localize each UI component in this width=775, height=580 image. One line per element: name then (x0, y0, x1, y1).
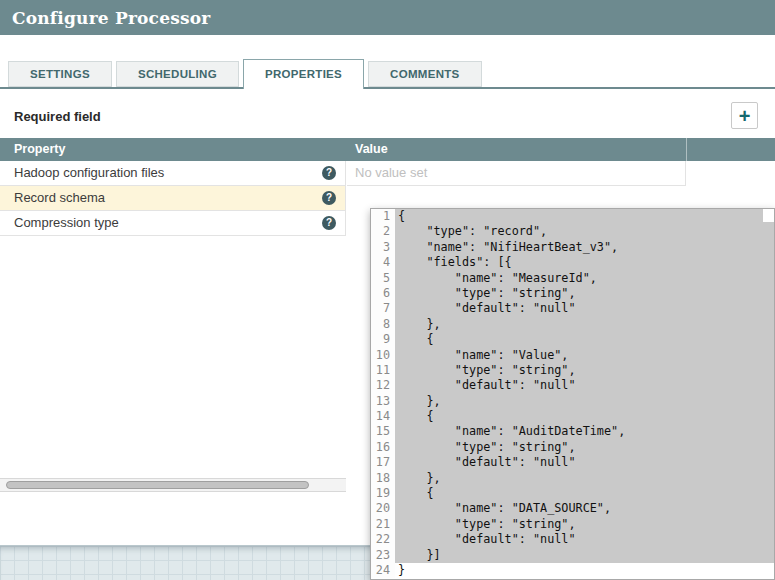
line-text: "type": "string", (395, 440, 774, 455)
property-name: Record schema (14, 186, 105, 210)
line-text: "name": "MeasureId", (395, 271, 774, 286)
code-line: 20 "name": "DATA_SOURCE", (371, 501, 774, 516)
code-line: 15 "name": "AuditDateTime", (371, 424, 774, 439)
line-text: "default": "null" (395, 455, 774, 470)
required-field-label: Required field (14, 109, 101, 124)
code-line: 6 "type": "string", (371, 286, 774, 301)
code-line: 3 "name": "NifiHeartBeat_v3", (371, 240, 774, 255)
property-name: Compression type (14, 211, 119, 235)
code-line: 19 { (371, 486, 774, 501)
line-number: 10 (371, 348, 395, 363)
dialog-header: Configure Processor (0, 0, 775, 35)
line-number: 18 (371, 471, 395, 486)
horizontal-scrollbar[interactable] (0, 478, 346, 492)
code-line: 23 }] (371, 548, 774, 563)
code-line: 1{ (371, 209, 774, 224)
column-divider (686, 138, 687, 161)
line-text: }, (395, 317, 774, 332)
line-text: { (395, 332, 774, 347)
line-text: "default": "null" (395, 378, 774, 393)
editor-scrollbar-corner (763, 209, 774, 222)
code-line: 24} (371, 563, 774, 578)
line-number: 9 (371, 332, 395, 347)
code-lines: 1{2 "type": "record",3 "name": "NifiHear… (371, 209, 774, 579)
dialog-title: Configure Processor (12, 8, 210, 28)
line-text: } (395, 563, 774, 578)
line-text: "name": "Value", (395, 348, 774, 363)
table-row-record-schema[interactable]: Record schema ? (0, 186, 346, 211)
line-number: 23 (371, 548, 395, 563)
line-number: 14 (371, 409, 395, 424)
line-number: 2 (371, 224, 395, 239)
line-number: 19 (371, 486, 395, 501)
value-cell-hadoop-configuration-files[interactable]: No value set (347, 161, 686, 186)
code-line: 7 "default": "null" (371, 301, 774, 316)
horizontal-scrollbar-thumb[interactable] (6, 481, 309, 489)
line-number: 13 (371, 394, 395, 409)
column-header-value: Value (355, 138, 388, 161)
property-list: Hadoop configuration files ? Record sche… (0, 161, 346, 236)
line-text: "fields": [{ (395, 255, 774, 270)
line-number: 12 (371, 378, 395, 393)
line-number: 5 (371, 271, 395, 286)
code-line: 5 "name": "MeasureId", (371, 271, 774, 286)
code-line: 21 "type": "string", (371, 517, 774, 532)
code-line: 10 "name": "Value", (371, 348, 774, 363)
line-text: "type": "string", (395, 363, 774, 378)
tab-bar: SETTINGS SCHEDULING PROPERTIES COMMENTS (8, 59, 482, 89)
code-line: 11 "type": "string", (371, 363, 774, 378)
line-number: 6 (371, 286, 395, 301)
line-text: "default": "null" (395, 532, 774, 547)
line-number: 8 (371, 317, 395, 332)
help-icon[interactable]: ? (322, 166, 336, 180)
line-number: 21 (371, 517, 395, 532)
table-header: Property Value (0, 138, 775, 161)
line-text: { (395, 209, 774, 224)
line-number: 17 (371, 455, 395, 470)
code-line: 17 "default": "null" (371, 455, 774, 470)
line-text: "type": "record", (395, 224, 774, 239)
line-number: 24 (371, 563, 395, 578)
table-row-hadoop-configuration-files[interactable]: Hadoop configuration files ? (0, 161, 346, 186)
code-line: 13 }, (371, 394, 774, 409)
code-line: 2 "type": "record", (371, 224, 774, 239)
line-text: }, (395, 471, 774, 486)
code-line: 14 { (371, 409, 774, 424)
code-line: 18 }, (371, 471, 774, 486)
code-line: 4 "fields": [{ (371, 255, 774, 270)
line-number: 4 (371, 255, 395, 270)
line-text: { (395, 409, 774, 424)
code-line: 22 "default": "null" (371, 532, 774, 547)
code-line: 16 "type": "string", (371, 440, 774, 455)
line-text: "type": "string", (395, 517, 774, 532)
line-number: 7 (371, 301, 395, 316)
tab-scheduling[interactable]: SCHEDULING (116, 61, 239, 87)
line-text: "name": "NifiHeartBeat_v3", (395, 240, 774, 255)
line-text: "type": "string", (395, 286, 774, 301)
line-text: }, (395, 394, 774, 409)
property-name: Hadoop configuration files (14, 161, 164, 185)
tab-comments[interactable]: COMMENTS (368, 61, 481, 87)
code-line: 12 "default": "null" (371, 378, 774, 393)
code-line: 8 }, (371, 317, 774, 332)
column-header-property: Property (14, 138, 65, 161)
code-line: 9 { (371, 332, 774, 347)
line-text: }] (395, 548, 774, 563)
tab-properties[interactable]: PROPERTIES (243, 59, 364, 89)
line-number: 20 (371, 501, 395, 516)
configure-processor-dialog: Configure Processor SETTINGS SCHEDULING … (0, 0, 775, 580)
add-property-button[interactable]: + (731, 102, 758, 129)
line-number: 11 (371, 363, 395, 378)
record-schema-value-editor[interactable]: 1{2 "type": "record",3 "name": "NifiHear… (370, 208, 775, 580)
line-number: 16 (371, 440, 395, 455)
help-icon[interactable]: ? (322, 191, 336, 205)
line-number: 3 (371, 240, 395, 255)
line-number: 15 (371, 424, 395, 439)
line-text: "name": "AuditDateTime", (395, 424, 774, 439)
line-text: "default": "null" (395, 301, 774, 316)
help-icon[interactable]: ? (322, 216, 336, 230)
tab-settings[interactable]: SETTINGS (8, 61, 112, 87)
line-number: 22 (371, 532, 395, 547)
line-number: 1 (371, 209, 395, 224)
table-row-compression-type[interactable]: Compression type ? (0, 211, 346, 236)
